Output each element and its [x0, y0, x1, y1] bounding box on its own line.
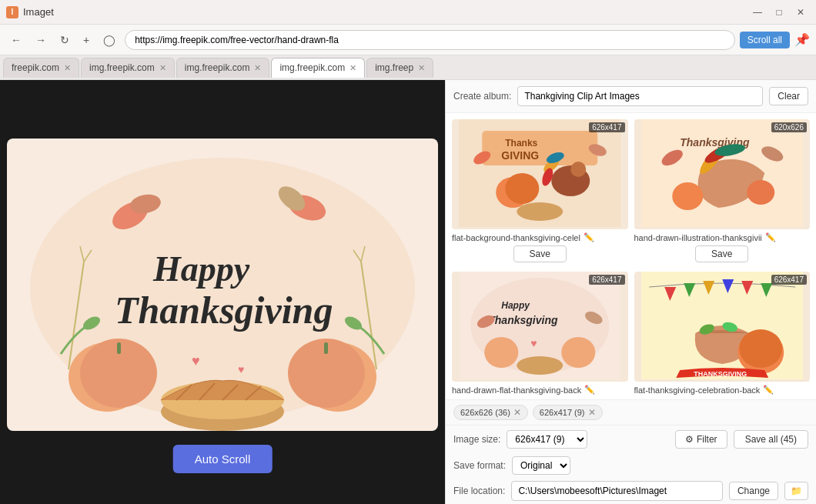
filter-tag-1: 626x417 (9) ✕ — [533, 405, 603, 420]
forward-button[interactable]: → — [31, 31, 51, 49]
tabs-bar: freepik.com ✕ img.freepik.com ✕ img.free… — [0, 55, 816, 80]
bookmark-button[interactable]: ◯ — [99, 31, 120, 49]
edit-icon-2[interactable]: ✏️ — [584, 385, 595, 395]
tab-0[interactable]: freepik.com ✕ — [3, 58, 79, 78]
tab-2[interactable]: img.freepik.com ✕ — [176, 58, 270, 78]
svg-point-45 — [672, 182, 703, 210]
save-button-1[interactable]: Save — [695, 245, 748, 262]
clear-button[interactable]: Clear — [769, 87, 808, 105]
maximize-button[interactable]: □ — [770, 5, 788, 20]
tab-4[interactable]: img.freep ✕ — [366, 58, 433, 78]
save-format-row: Save format: Original JPG PNG WebP — [446, 453, 816, 478]
title-bar-left: I Imaget — [6, 6, 54, 18]
tab-close-1[interactable]: ✕ — [159, 64, 166, 72]
filter-button-label: Filter — [697, 434, 717, 445]
filter-button[interactable]: ⚙ Filter — [675, 430, 727, 449]
image-name-0: flat-background-thanksgiving-celel ✏️ — [452, 232, 628, 242]
minimize-button[interactable]: — — [748, 5, 767, 20]
image-card-1: Thanksgiving 620x626 — [631, 116, 814, 269]
tab-label-0: freepik.com — [12, 62, 59, 73]
window-controls: — □ ✕ — [748, 5, 810, 20]
filter-tag-label-0: 626x626 (36) — [460, 408, 510, 417]
image-thumb-3: THANKSGIVING 626x417 — [634, 272, 811, 382]
tab-close-2[interactable]: ✕ — [254, 64, 261, 72]
save-all-button[interactable]: Save all (45) — [734, 430, 808, 449]
filter-icon: ⚙ — [685, 434, 694, 445]
file-location-input[interactable] — [511, 481, 723, 501]
tab-label-4: img.freep — [375, 62, 413, 73]
pin-button[interactable]: 📌 — [794, 32, 810, 47]
image-name-3: flat-thanksgiving-celebration-back ✏️ — [634, 385, 811, 395]
save-format-select[interactable]: Original JPG PNG WebP — [512, 456, 570, 475]
app-icon: I — [6, 6, 18, 18]
svg-text:Happy: Happy — [501, 300, 530, 311]
image-thumb-0: Thanks GIVING — [452, 119, 628, 229]
svg-point-46 — [747, 180, 774, 205]
svg-text:Happy: Happy — [152, 249, 250, 289]
tab-label-1: img.freepik.com — [89, 62, 155, 73]
svg-rect-16 — [324, 342, 328, 354]
title-bar: I Imaget — □ ✕ — [0, 0, 816, 25]
svg-text:♥: ♥ — [530, 337, 537, 349]
save-button-0[interactable]: Save — [513, 245, 567, 262]
album-bar: Create album: Clear — [446, 80, 816, 113]
image-name-text-1: hand-drawn-illustration-thanksgivii — [634, 233, 762, 242]
refresh-button[interactable]: ↻ — [55, 31, 74, 49]
image-dim-1: 620x626 — [771, 122, 807, 132]
auto-scroll-button[interactable]: Auto Scroll — [173, 445, 273, 473]
scroll-all-button[interactable]: Scroll all — [740, 32, 790, 48]
svg-text:♥: ♥ — [238, 363, 244, 375]
tab-close-3[interactable]: ✕ — [349, 64, 356, 72]
tab-label-3: img.freepik.com — [279, 62, 345, 73]
tab-label-2: img.freepik.com — [185, 62, 250, 73]
change-button[interactable]: Change — [729, 482, 778, 500]
app-title: Imaget — [23, 6, 54, 18]
svg-text:Thanks: Thanks — [505, 138, 537, 149]
filter-tag-remove-1[interactable]: ✕ — [588, 407, 596, 418]
right-panel: Create album: Clear Thanks GIVING — [445, 80, 816, 504]
svg-text:♥: ♥ — [192, 353, 200, 369]
svg-point-40 — [517, 202, 563, 221]
filter-tag-0: 626x626 (36) ✕ — [453, 405, 528, 420]
svg-point-56 — [484, 337, 518, 368]
main-image: ♥ ♥ Happy Thanksgiving — [7, 139, 438, 431]
image-size-row: Image size: 626x417 (9) 626x626 (36) All… — [446, 426, 816, 453]
address-bar[interactable] — [125, 30, 734, 50]
tab-close-4[interactable]: ✕ — [418, 64, 425, 72]
tab-3[interactable]: img.freepik.com ✕ — [271, 58, 365, 78]
image-size-select[interactable]: 626x417 (9) 626x626 (36) All sizes — [507, 430, 587, 449]
image-size-label: Image size: — [453, 434, 500, 445]
bottom-controls: Image size: 626x417 (9) 626x626 (36) All… — [446, 425, 816, 504]
image-dim-0: 626x417 — [589, 122, 624, 132]
image-thumb-2: Happy Thanksgiving ♥ 626x417 — [452, 272, 628, 382]
svg-point-39 — [505, 173, 539, 204]
image-name-2: hand-drawn-flat-thanksgiving-back ✏️ — [452, 385, 628, 395]
image-display: ♥ ♥ Happy Thanksgiving — [0, 80, 445, 504]
edit-icon-1[interactable]: ✏️ — [765, 232, 776, 242]
close-button[interactable]: ✕ — [791, 5, 810, 20]
image-name-1: hand-drawn-illustration-thanksgivii ✏️ — [634, 232, 811, 242]
tab-1[interactable]: img.freepik.com ✕ — [81, 58, 175, 78]
browser-bar: ← → ↻ + ◯ Scroll all 📌 — [0, 25, 816, 55]
filter-tag-remove-0[interactable]: ✕ — [513, 407, 521, 418]
image-name-text-3: flat-thanksgiving-celebration-back — [634, 386, 761, 395]
svg-point-34 — [570, 162, 586, 177]
tab-close-0[interactable]: ✕ — [64, 64, 71, 72]
file-location-row: File location: Change 📁 — [446, 478, 816, 504]
edit-icon-3[interactable]: ✏️ — [763, 385, 774, 395]
image-card-0: Thanks GIVING — [449, 116, 631, 269]
main-layout: ♥ ♥ Happy Thanksgiving Auto Scroll Creat… — [0, 80, 816, 504]
filter-bar: 626x626 (36) ✕ 626x417 (9) ✕ — [446, 399, 816, 425]
filter-tag-label-1: 626x417 (9) — [540, 408, 585, 417]
image-dim-2: 626x417 — [589, 275, 624, 285]
folder-button[interactable]: 📁 — [784, 482, 808, 500]
new-tab-button[interactable]: + — [79, 31, 94, 49]
edit-icon-0[interactable]: ✏️ — [584, 232, 594, 242]
svg-text:Thanksgiving: Thanksgiving — [488, 314, 558, 326]
image-card-3: THANKSGIVING 626x417 flat-thanksgiving-c… — [631, 269, 814, 398]
images-grid: Thanks GIVING — [446, 113, 816, 399]
back-button[interactable]: ← — [6, 31, 26, 49]
album-input[interactable] — [517, 86, 763, 106]
svg-rect-30 — [482, 131, 597, 165]
svg-rect-13 — [117, 342, 121, 354]
